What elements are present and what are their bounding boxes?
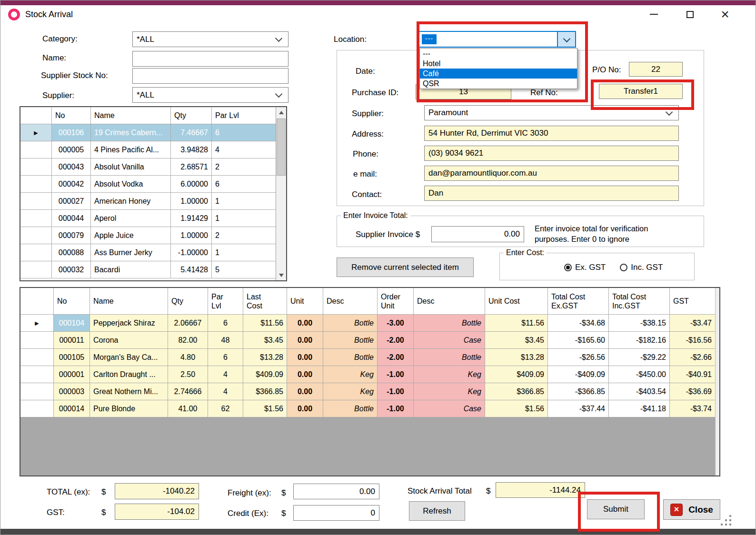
grid-cell[interactable]: 4 [208, 366, 243, 383]
grid-cell[interactable]: $366.85 [485, 383, 548, 400]
grid-cell[interactable]: 2.06667 [168, 315, 208, 331]
table-row[interactable]: 000043Absolut Vanilla2.685712 [20, 159, 286, 176]
inc-gst-radio[interactable] [620, 264, 627, 271]
grid-cell[interactable]: Keg [323, 383, 378, 400]
po-no-field[interactable] [629, 62, 683, 77]
grid-cell[interactable]: 6 [212, 176, 276, 192]
row-selector-cell[interactable] [20, 227, 52, 244]
column-header[interactable]: Name [90, 288, 168, 314]
column-header[interactable]: Total Cost Inc.GST [609, 288, 670, 314]
order-supplier-select[interactable]: Paramount [424, 105, 679, 120]
grid-cell[interactable]: Pepperjack Shiraz [90, 315, 168, 331]
grid-cell[interactable]: 82.00 [168, 332, 208, 348]
grid-cell[interactable]: 2.74666 [168, 383, 208, 400]
grid-cell[interactable]: 000079 [52, 227, 91, 244]
table-row[interactable]: 000003Great Nothern Mi...2.746664$366.85… [20, 383, 719, 400]
ex-gst-radio[interactable] [564, 264, 572, 271]
grid-cell[interactable]: 5.41428 [171, 261, 212, 278]
grid-cell[interactable]: 0.00 [287, 366, 323, 383]
row-selector-cell[interactable] [20, 261, 52, 278]
grid-cell[interactable]: Keg [414, 383, 485, 400]
grid-cell[interactable]: 6 [208, 315, 243, 331]
name-input[interactable] [132, 51, 288, 67]
grid-cell[interactable]: 4.80 [168, 349, 208, 366]
grid-cell[interactable]: $13.28 [485, 349, 548, 366]
location-option[interactable]: Café [420, 69, 577, 79]
grid-cell[interactable]: Absolut Vanilla [91, 159, 171, 175]
grid-cell[interactable]: -1.00 [378, 400, 414, 417]
location-option[interactable]: --- [420, 49, 577, 59]
grid-cell[interactable]: -$3.47 [670, 315, 716, 331]
column-header[interactable]: Last Cost [243, 288, 287, 314]
column-header[interactable]: Name [91, 107, 171, 124]
grid-cell[interactable]: 1.00000 [171, 227, 212, 244]
grid-cell[interactable]: Pure Blonde [90, 400, 168, 417]
grid-cell[interactable]: $409.09 [485, 366, 548, 383]
grid-cell[interactable]: $3.45 [485, 332, 548, 348]
submit-button[interactable]: Submit [587, 499, 645, 519]
row-selector-cell[interactable] [20, 159, 52, 175]
grid-cell[interactable]: 000042 [52, 176, 91, 192]
grid-cell[interactable]: 0.00 [287, 332, 323, 348]
grid-cell[interactable]: Case [414, 400, 485, 417]
arrival-grid-scroll-strip[interactable] [715, 288, 719, 476]
column-header[interactable]: Qty [168, 288, 208, 314]
grid-cell[interactable]: $1.56 [485, 400, 548, 417]
table-row[interactable]: ►000104Pepperjack Shiraz2.066676$11.560.… [20, 315, 719, 332]
grid-cell[interactable]: Absolut Vodka [91, 176, 171, 192]
grid-cell[interactable]: Keg [323, 366, 378, 383]
row-selector-cell[interactable] [20, 244, 52, 261]
grid-cell[interactable]: 48 [208, 332, 243, 348]
stock-grid-scrollbar[interactable] [276, 107, 286, 280]
grid-cell[interactable]: 4 [212, 141, 276, 158]
grid-cell[interactable]: 000106 [52, 124, 91, 141]
grid-cell[interactable]: 000105 [54, 349, 90, 366]
grid-cell[interactable]: 000003 [54, 383, 90, 400]
row-selector-header[interactable] [20, 107, 52, 124]
supplier-filter-select[interactable]: *ALL [132, 87, 288, 103]
grid-cell[interactable]: Case [414, 332, 485, 348]
grid-cell[interactable]: $3.45 [243, 332, 287, 348]
grid-cell[interactable]: $1.56 [243, 400, 287, 417]
grid-cell[interactable]: $11.56 [485, 315, 548, 331]
grid-cell[interactable]: Keg [414, 366, 485, 383]
grid-cell[interactable]: Bottle [323, 332, 378, 348]
supplier-invoice-input[interactable] [431, 226, 524, 242]
grid-cell[interactable]: Bottle [323, 400, 378, 417]
table-row[interactable]: 000032Bacardi5.414285 [20, 261, 286, 278]
grid-cell[interactable]: 4 [208, 383, 243, 400]
table-row[interactable]: 000105Morgan's Bay Ca...4.806$13.280.00B… [20, 349, 719, 366]
grid-cell[interactable]: 0.00 [287, 315, 323, 331]
grid-cell[interactable]: 000044 [52, 210, 91, 227]
grid-cell[interactable]: -$26.56 [548, 349, 609, 366]
grid-cell[interactable]: Bottle [323, 315, 378, 331]
row-selector-cell[interactable] [20, 210, 52, 227]
grid-cell[interactable]: 62 [208, 400, 243, 417]
ref-no-field[interactable] [599, 84, 683, 99]
column-header[interactable]: Qty [171, 107, 212, 124]
row-selector-header[interactable] [20, 288, 54, 314]
column-header[interactable]: Order Unit [378, 288, 414, 314]
email-field[interactable] [424, 166, 679, 181]
grid-cell[interactable]: 1 [212, 193, 276, 209]
grid-cell[interactable]: Bacardi [91, 261, 171, 278]
table-row[interactable]: 000042Absolut Vodka6.000006 [20, 176, 286, 193]
gst-field[interactable] [115, 504, 199, 520]
grid-cell[interactable]: Bottle [323, 349, 378, 366]
row-selector-cell[interactable] [20, 141, 52, 158]
grid-cell[interactable]: -$41.18 [609, 400, 670, 417]
column-header[interactable]: Desc [323, 288, 378, 314]
column-header[interactable]: No [54, 288, 90, 314]
grid-cell[interactable]: Bottle [414, 315, 485, 331]
grid-cell[interactable]: 1.91429 [171, 210, 212, 227]
grid-cell[interactable]: 5 [212, 261, 276, 278]
grid-cell[interactable]: 1 [212, 244, 276, 261]
table-row[interactable]: 000001Carlton Draught ...2.504$409.090.0… [20, 366, 719, 383]
remove-selected-item-button[interactable]: Remove current selected item [337, 258, 474, 277]
location-option[interactable]: Hotel [420, 59, 577, 69]
grid-cell[interactable]: -$182.16 [609, 332, 670, 348]
grid-cell[interactable]: $11.56 [243, 315, 287, 331]
grid-cell[interactable]: -1.00 [378, 383, 414, 400]
column-header[interactable]: Unit [287, 288, 323, 314]
grid-cell[interactable]: -1.00 [378, 366, 414, 383]
